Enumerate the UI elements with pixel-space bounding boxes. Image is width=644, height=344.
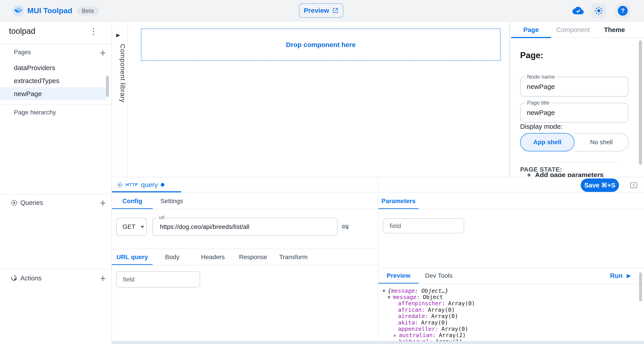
add-page-parameters-button[interactable]: + Add page parameters	[527, 171, 604, 177]
result-scrollbar-thumb[interactable]	[639, 272, 642, 301]
tree-row-expandable[interactable]: ▶australian:Array(2)	[382, 332, 475, 338]
page-title-input[interactable]	[520, 103, 628, 122]
tree-root-row[interactable]: ▼{message: Object…}	[382, 288, 475, 294]
triangle-right-icon[interactable]: ▶	[394, 333, 399, 338]
page-item-label: newPage	[14, 90, 42, 98]
unsaved-indicator-dot	[161, 183, 164, 187]
sidebar-item-extractedTypes[interactable]: extractedTypes	[0, 74, 106, 87]
tab-settings[interactable]: Settings	[153, 193, 191, 209]
tree-row-expandable[interactable]: ▶bakharwal:Array(1)	[382, 338, 475, 341]
component-dropzone[interactable]: Drop component here	[141, 29, 501, 61]
close-icon: ✕	[632, 183, 635, 188]
method-value: GET	[122, 223, 136, 230]
url-query-field-input[interactable]	[117, 272, 200, 287]
component-library-panel[interactable]: ▶ Component library	[112, 22, 128, 177]
tree-row: airedale:Array(0)	[382, 313, 475, 319]
sidebar-item-newPage[interactable]: newPage	[0, 87, 106, 100]
add-link-icon[interactable]	[341, 223, 349, 232]
tree-text: {	[388, 288, 391, 294]
cloud-synced-icon[interactable]	[572, 6, 584, 16]
toggle-label: App shell	[533, 139, 561, 146]
tree-key: appenzeller:	[398, 326, 438, 332]
url-input[interactable]	[153, 218, 337, 236]
add-action-button[interactable]: +	[98, 273, 108, 284]
tab-page[interactable]: Page	[511, 22, 551, 38]
inspector-scrollbar-thumb[interactable]	[639, 40, 642, 165]
tree-key: message:	[393, 294, 420, 300]
tab-url-query[interactable]: URL query	[112, 249, 152, 265]
url-field-box	[152, 218, 338, 236]
tree-key: airedale:	[398, 313, 428, 319]
request-tabs: URL query Body Headers Response Transfor…	[112, 249, 314, 265]
plus-icon: +	[100, 273, 106, 283]
display-mode-toggle: App shell No shell	[520, 133, 629, 151]
expand-library-icon[interactable]: ▶	[116, 32, 120, 38]
tree-row-message[interactable]: ▼message:Object	[382, 294, 475, 300]
tab-body[interactable]: Body	[152, 249, 192, 265]
tab-response[interactable]: Response	[234, 249, 272, 265]
toolpad-logo-icon[interactable]	[12, 5, 24, 17]
explorer-sidebar: toolpad ⋮ Pages + dataProviders extracte…	[0, 22, 112, 344]
kebab-icon: ⋮	[89, 27, 98, 36]
parameters-field-input[interactable]	[383, 219, 464, 233]
save-button[interactable]: Save ⌘+S	[581, 179, 619, 192]
tab-component[interactable]: Component	[551, 22, 595, 38]
add-page-button[interactable]: +	[98, 48, 108, 58]
run-button[interactable]: Run ▶	[610, 267, 631, 284]
tab-label: Transform	[279, 254, 308, 261]
divider	[378, 283, 644, 284]
plus-icon: +	[100, 48, 106, 58]
tab-label: URL query	[116, 254, 148, 261]
tab-label: Parameters	[382, 198, 416, 205]
help-button[interactable]: ?	[616, 3, 630, 18]
tab-dev-tools[interactable]: Dev Tools	[418, 267, 459, 284]
active-tab-indicator	[511, 37, 551, 38]
preview-button-label: Preview	[304, 7, 329, 14]
tab-theme[interactable]: Theme	[595, 22, 634, 38]
tab-label: Response	[239, 254, 267, 261]
triangle-down-icon[interactable]: ▼	[382, 288, 388, 293]
display-mode-no-shell[interactable]: No shell	[574, 133, 629, 151]
horizontal-scrollbar-track[interactable]	[112, 341, 644, 344]
query-tab-http-query[interactable]: HTTP query	[117, 177, 164, 192]
tab-config[interactable]: Config	[112, 193, 153, 209]
divider	[112, 265, 378, 265]
add-query-button[interactable]: +	[98, 198, 108, 208]
display-mode-label: Display mode:	[520, 123, 562, 130]
tree-value: Array(0)	[428, 307, 454, 313]
page-item-label: extractedTypes	[14, 77, 59, 85]
tab-headers[interactable]: Headers	[192, 249, 234, 265]
tab-label: Settings	[160, 198, 183, 205]
tab-label: Theme	[604, 26, 625, 34]
inspector-tabs: Page Component Theme	[510, 22, 644, 38]
triangle-down-icon[interactable]: ▼	[388, 295, 393, 300]
tab-transform[interactable]: Transform	[272, 249, 314, 265]
page-hierarchy-label[interactable]: Page hierarchy	[14, 109, 56, 116]
theme-toggle-button[interactable]	[592, 3, 606, 18]
tab-preview[interactable]: Preview	[378, 267, 418, 284]
close-panel-button[interactable]: ✕	[630, 182, 637, 188]
queries-section-header[interactable]: Queries	[11, 199, 43, 207]
project-menu-button[interactable]: ⋮	[88, 26, 98, 37]
pages-scrollbar-thumb[interactable]	[106, 76, 109, 97]
project-name: toolpad	[9, 27, 35, 36]
open-in-new-icon	[332, 8, 338, 14]
divider	[529, 162, 620, 162]
actions-label: Actions	[20, 275, 42, 282]
http-method-select[interactable]: GET	[116, 218, 147, 236]
query-name-label: query	[141, 181, 158, 189]
sidebar-item-dataProviders[interactable]: dataProviders	[0, 61, 106, 74]
beta-badge: Beta	[77, 6, 99, 16]
tree-key: akita:	[398, 319, 418, 326]
actions-section-header[interactable]: Actions	[11, 275, 42, 282]
preview-button[interactable]: Preview	[299, 3, 343, 18]
result-tabs: Preview Dev Tools	[378, 267, 459, 284]
tab-parameters[interactable]: Parameters	[378, 193, 418, 209]
plus-icon: +	[527, 171, 531, 177]
node-name-input[interactable]	[520, 77, 628, 96]
tab-label: Preview	[386, 272, 410, 279]
tree-value: Array(0)	[442, 326, 468, 332]
display-mode-app-shell[interactable]: App shell	[520, 133, 574, 151]
query-type-label: HTTP	[126, 182, 138, 187]
triangle-right-icon[interactable]: ▶	[394, 339, 399, 341]
